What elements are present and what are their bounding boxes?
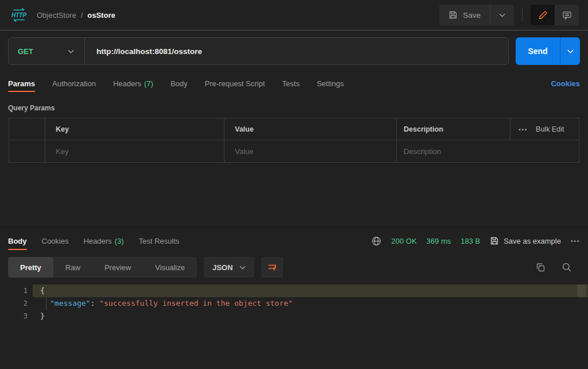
cookies-link[interactable]: Cookies	[551, 79, 580, 88]
response-toolbar: Pretty Raw Preview Visualize JSON	[0, 254, 588, 282]
code-line-2[interactable]: 2 "message": "successfully inserted in t…	[0, 297, 588, 310]
save-button[interactable]: Save	[439, 5, 490, 25]
copy-icon	[535, 262, 546, 272]
response-panel: Body Cookies Headers (3) Test Results 20…	[0, 227, 588, 322]
send-button-group: Send	[516, 37, 580, 65]
tab-prerequest-script[interactable]: Pre-request Script	[205, 71, 265, 96]
select-all-cell[interactable]	[9, 118, 45, 140]
search-button[interactable]	[562, 262, 572, 272]
method-select[interactable]: GET	[9, 38, 84, 64]
column-header-description: Description	[397, 118, 510, 140]
response-body-editor[interactable]: 1 { 2 "message": "successfully inserted …	[0, 282, 588, 322]
tab-test-results[interactable]: Test Results	[139, 228, 180, 254]
send-dropdown-button[interactable]	[560, 37, 580, 65]
tab-headers-label: Headers	[113, 79, 141, 88]
tab-response-body[interactable]: Body	[8, 228, 27, 254]
url-input[interactable]: http://localhost:8081/osstore	[85, 47, 508, 56]
tab-response-headers[interactable]: Headers (3)	[83, 228, 123, 254]
method-label: GET	[18, 47, 33, 56]
tab-response-body-label: Body	[8, 237, 27, 245]
save-button-label: Save	[463, 11, 481, 20]
tab-response-cookies[interactable]: Cookies	[42, 228, 69, 254]
value-input[interactable]	[235, 147, 396, 156]
chevron-down-icon	[567, 49, 574, 53]
view-preview-button[interactable]: Preview	[92, 257, 143, 278]
network-globe-icon[interactable]	[372, 236, 381, 246]
panel-spacer	[0, 163, 588, 227]
wrap-lines-icon	[267, 262, 277, 272]
tab-headers[interactable]: Headers (7)	[113, 71, 153, 96]
column-header-key: Key	[45, 118, 225, 140]
active-line-highlight	[33, 285, 588, 297]
value-cell	[225, 140, 397, 162]
chevron-down-icon	[68, 49, 74, 53]
code-line-1[interactable]: 1 {	[0, 285, 588, 297]
chevron-down-icon	[499, 13, 505, 17]
save-icon	[490, 236, 499, 245]
scrollbar-highlight-marker	[577, 285, 586, 297]
chevron-down-icon	[239, 266, 246, 270]
tab-test-results-label: Test Results	[139, 237, 180, 245]
more-options-icon[interactable]: •••	[519, 126, 528, 133]
http-request-icon: HTTP	[9, 7, 29, 23]
line-number: 2	[0, 297, 28, 310]
top-bar: HTTP ObjectStore / osStore Save	[0, 0, 588, 30]
save-dropdown-button[interactable]	[490, 5, 514, 25]
tab-params[interactable]: Params	[8, 71, 35, 96]
bulk-edit-button[interactable]: Bulk Edit	[536, 125, 564, 133]
response-meta: 200 OK 369 ms 183 B Save as example •••	[372, 236, 580, 246]
topbar-divider	[522, 7, 523, 22]
tab-settings[interactable]: Settings	[317, 71, 344, 96]
request-url-row: GET http://localhost:8081/osstore Send	[0, 30, 588, 71]
row-checkbox-cell[interactable]	[9, 140, 45, 162]
table-header-row: Key Value Description ••• Bulk Edit	[9, 118, 579, 140]
table-header-actions: ••• Bulk Edit	[510, 118, 579, 140]
code-text: }	[28, 310, 45, 322]
response-time[interactable]: 369 ms	[427, 237, 451, 245]
copy-button[interactable]	[535, 262, 546, 272]
comment-icon	[562, 10, 572, 20]
tab-settings-label: Settings	[317, 79, 344, 88]
wrap-lines-button[interactable]	[261, 257, 283, 278]
code-text: {	[28, 285, 45, 297]
query-params-table: Key Value Description ••• Bulk Edit	[9, 118, 579, 163]
tab-authorization[interactable]: Authorization	[52, 71, 96, 96]
save-as-example-button[interactable]: Save as example	[490, 236, 561, 245]
view-pretty-button[interactable]: Pretty	[8, 257, 53, 278]
response-tabs: Body Cookies Headers (3) Test Results 20…	[0, 228, 588, 254]
tab-body[interactable]: Body	[171, 71, 188, 96]
code-text: "message": "successfully inserted in the…	[28, 297, 293, 310]
breadcrumb-request-name: osStore	[87, 11, 115, 20]
breadcrumb-separator: /	[81, 11, 83, 20]
description-cell	[397, 140, 579, 162]
format-select[interactable]: JSON	[204, 257, 254, 278]
table-row	[9, 140, 579, 162]
response-more-options-icon[interactable]: •••	[571, 237, 580, 244]
comments-button[interactable]	[555, 5, 579, 25]
send-button[interactable]: Send	[516, 37, 560, 65]
view-visualize-button[interactable]: Visualize	[143, 257, 197, 278]
breadcrumb-collection[interactable]: ObjectStore	[37, 11, 76, 20]
tab-tests[interactable]: Tests	[282, 71, 299, 96]
request-side-actions	[531, 5, 579, 25]
request-tabs: Params Authorization Headers (7) Body Pr…	[0, 71, 588, 96]
description-input[interactable]	[404, 147, 579, 156]
key-input[interactable]	[56, 147, 224, 156]
column-header-value: Value	[225, 118, 397, 140]
status-badge[interactable]: 200 OK	[391, 237, 416, 245]
tab-params-label: Params	[8, 79, 35, 88]
edit-request-button[interactable]	[531, 5, 555, 25]
code-line-3[interactable]: 3 }	[0, 310, 588, 322]
tab-response-headers-label: Headers	[83, 237, 111, 245]
tab-body-label: Body	[171, 79, 188, 88]
tab-tests-label: Tests	[282, 79, 299, 88]
response-view-switcher: Pretty Raw Preview Visualize	[8, 257, 197, 278]
query-params-title: Query Params	[0, 96, 588, 118]
view-raw-button[interactable]: Raw	[53, 257, 92, 278]
svg-text:HTTP: HTTP	[11, 12, 26, 18]
response-body-actions	[535, 262, 580, 272]
json-separator: :	[90, 299, 99, 308]
response-size[interactable]: 183 B	[461, 237, 480, 245]
breadcrumb: ObjectStore / osStore	[37, 11, 115, 20]
save-as-example-label: Save as example	[504, 237, 561, 245]
